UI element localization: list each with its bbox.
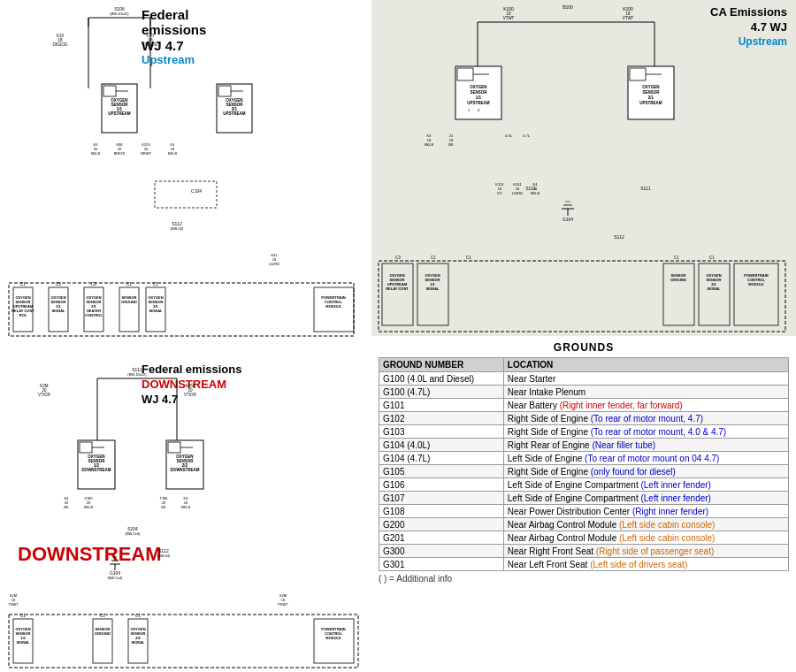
svg-text:(BW-10x22): (BW-10x22)	[127, 372, 147, 377]
ca-wiring-svg: K100 18 VTWT K100 18 VTWT B100 OXYGEN SE…	[371, 0, 796, 336]
ground-number-cell: G301	[379, 558, 504, 571]
svg-rect-72	[314, 287, 354, 332]
svg-text:(BW-5x4): (BW-5x4)	[108, 576, 123, 580]
ground-location-cell: Left Side of Engine Compartment (Left in…	[503, 492, 788, 505]
svg-text:C1: C1	[709, 256, 715, 260]
svg-text:SIGNAL: SIGNAL	[707, 286, 721, 291]
ground-number-cell: G100 (4.7L)	[379, 386, 504, 399]
svg-text:MODULE: MODULE	[325, 304, 341, 309]
ground-number-cell: G105	[379, 465, 504, 478]
ground-number-cell: G200	[379, 518, 504, 531]
svg-text:CONTROL: CONTROL	[85, 313, 103, 317]
svg-text:LGIRD: LGIRD	[512, 191, 523, 195]
svg-text:BK: BK	[448, 142, 454, 147]
ground-number-cell: G106	[379, 478, 504, 492]
svg-rect-134	[9, 615, 358, 668]
svg-rect-41	[155, 181, 217, 208]
svg-text:LG/RD: LG/RD	[269, 262, 279, 266]
svg-text:C104: C104	[191, 188, 202, 194]
svg-text:SIGNAL: SIGNAL	[131, 640, 145, 645]
svg-text:BRIOR: BRIOR	[114, 151, 126, 156]
table-row: G200Near Airbag Control Module (Left sid…	[379, 518, 789, 531]
table-row: G106Left Side of Engine Compartment (Lef…	[379, 478, 789, 492]
ground-number-cell: G104 (4.7L)	[379, 452, 504, 465]
ground-number-cell: G300	[379, 545, 504, 558]
col-header-ground: GROUND NUMBER	[379, 358, 504, 372]
additional-info-text: ( ) = Additional info	[379, 574, 452, 584]
svg-text:DOWNSTREAM: DOWNSTREAM	[170, 468, 199, 472]
svg-text:C3: C3	[56, 282, 61, 286]
grounds-area: GROUNDS GROUND NUMBER LOCATION G100 (4.0…	[371, 336, 796, 672]
svg-text:C1: C1	[20, 614, 26, 618]
svg-text:VTIOR: VTIOR	[38, 393, 51, 397]
svg-rect-64	[119, 287, 139, 332]
svg-text:GROUND: GROUND	[121, 300, 137, 304]
table-row: G105Right Side of Engine (only found for…	[379, 465, 789, 478]
svg-text:MODULE: MODULE	[325, 636, 341, 640]
right-panel: CA Emissions4.7 WJ Upstream K100 18 VTWT…	[371, 0, 796, 672]
ground-location-cell: Right Side of Engine (To rear of motor m…	[503, 425, 788, 439]
svg-text:GROUND: GROUND	[95, 631, 111, 636]
table-row: G100 (4.0L and Diesel)Near Starter	[379, 372, 789, 386]
svg-text:BRWT: BRWT	[141, 151, 151, 156]
ground-number-cell: G102	[379, 412, 504, 425]
svg-text:PKWT: PKWT	[278, 602, 288, 607]
ca-title: CA Emissions4.7 WJ	[710, 5, 787, 35]
svg-text:UPSTREAM: UPSTREAM	[108, 111, 131, 116]
col-header-location: LOCATION	[503, 358, 788, 372]
grounds-table: GROUND NUMBER LOCATION G100 (4.0L and Di…	[379, 357, 789, 571]
additional-info: ( ) = Additional info	[379, 574, 789, 584]
svg-text:SIGNAL: SIGNAL	[16, 640, 30, 645]
table-row: G108Near Power Distribution Center (Righ…	[379, 505, 789, 518]
ca-emissions-label: CA Emissions4.7 WJ Upstream	[710, 5, 787, 49]
svg-text:C1: C1	[126, 282, 132, 286]
svg-text:SIGNAL: SIGNAL	[425, 286, 440, 291]
grounds-title: GROUNDS	[379, 341, 789, 354]
svg-text:BKLB: BKLB	[425, 142, 434, 147]
svg-text:OXYGEN: OXYGEN	[642, 85, 659, 89]
ca-upstream-label: Upstream	[710, 35, 787, 50]
svg-text:BK: BK	[64, 505, 69, 509]
svg-text:ROL: ROL	[19, 313, 27, 317]
svg-text:S112: S112	[614, 234, 624, 240]
ground-number-cell: G101	[379, 399, 504, 412]
svg-text:S111: S111	[640, 186, 651, 191]
svg-text:BKLB: BKLB	[84, 505, 94, 509]
ground-location-cell: Left Side of Engine Compartment (Left in…	[503, 478, 788, 492]
ground-number-cell: G104 (4.0L)	[379, 439, 504, 452]
table-row: G300Near Right Front Seat (Right side of…	[379, 545, 789, 558]
ground-location-cell: Near Intake Plenum	[503, 386, 788, 399]
ground-location-cell: Right Side of Engine (To rear of motor m…	[503, 412, 788, 425]
svg-rect-140	[93, 619, 112, 663]
svg-text:(BW-10x22): (BW-10x22)	[110, 11, 129, 16]
table-row: G101Near Battery (Right inner fender, fa…	[379, 399, 789, 412]
ca-emissions-diagram: CA Emissions4.7 WJ Upstream K100 18 VTWT…	[371, 0, 796, 336]
svg-text:SENSOR: SENSOR	[470, 90, 487, 95]
svg-text:C3: C3	[91, 282, 96, 286]
svg-text:C1: C1	[466, 256, 471, 260]
svg-text:SIGNAL: SIGNAL	[149, 309, 163, 313]
svg-text:DOWNSTREAM: DOWNSTREAM	[81, 468, 111, 472]
svg-text:B100: B100	[563, 4, 573, 10]
svg-text:VTIOR: VTIOR	[184, 393, 197, 397]
svg-text:BKLB: BKLB	[181, 505, 191, 509]
table-row: G107Left Side of Engine Compartment (Lef…	[379, 492, 789, 505]
ground-number-cell: G201	[379, 531, 504, 545]
left-wiring-panel: FederalemissionsWJ 4.7 Upstream Federal …	[0, 0, 371, 672]
svg-rect-148	[314, 619, 354, 663]
svg-text:SENSOR: SENSOR	[642, 90, 660, 95]
table-row: G103Right Side of Engine (To rear of mot…	[379, 425, 789, 439]
svg-text:(BW-5x4): (BW-5x4)	[126, 531, 141, 536]
svg-text:UPSTREAM: UPSTREAM	[223, 111, 246, 116]
ground-location-cell: Right Rear of Engine (Near filler tube)	[503, 439, 788, 452]
ground-number-cell: G107	[379, 492, 504, 505]
table-row: G301Near Left Front Seat (Left side of d…	[379, 558, 789, 571]
svg-text:C1: C1	[431, 256, 436, 260]
svg-text:C1: C1	[20, 282, 26, 286]
svg-text:UPSTREAM: UPSTREAM	[639, 101, 662, 105]
svg-rect-206	[379, 261, 785, 332]
ground-location-cell: Left Side of Engine (To rear of motor mo…	[503, 452, 788, 465]
svg-text:DKGOG: DKGOG	[53, 42, 68, 47]
svg-text:TNWT: TNWT	[8, 602, 19, 607]
svg-text:SIGNAL: SIGNAL	[51, 309, 65, 313]
